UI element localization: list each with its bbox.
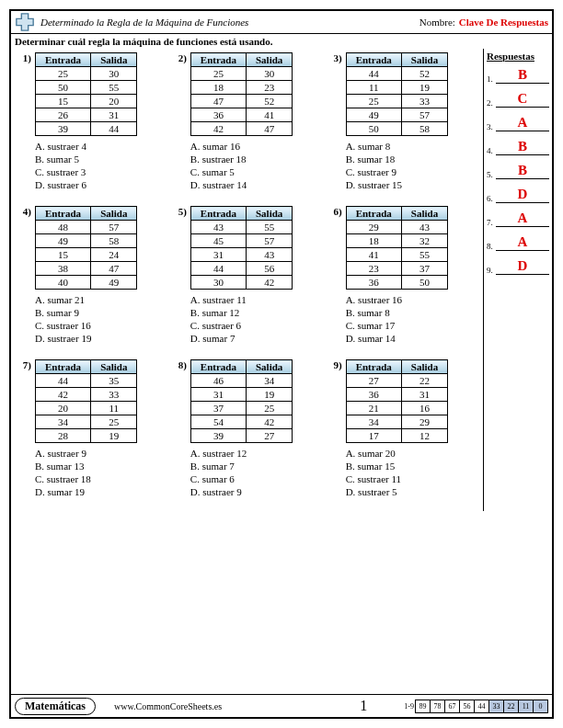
score-scale: 1-989786756443322110 [404,700,548,713]
options: A. sumar 20B. sumar 15C. sustraer 11D. s… [346,447,448,498]
answer-row: 5.B [487,163,549,179]
problem: 3)EntradaSalida44521119253349575058A. su… [326,51,481,204]
table-row: 2530 [190,67,292,81]
answer-value: B [496,163,549,179]
option: D. sumar 7 [190,332,293,345]
option: C. sustraer 3 [35,165,137,178]
col-entrada: Entrada [346,360,401,374]
table-cell: 28 [36,429,91,443]
problem: 5)EntradaSalida43554557314344563042A. su… [170,204,326,358]
col-salida: Salida [91,53,137,67]
answer-row: 2.C [487,91,549,108]
table-cell: 12 [401,429,447,443]
table-row: 4957 [346,108,447,122]
answers-heading: Respuestas [487,51,549,62]
table-cell: 19 [246,388,292,402]
answer-number: 8. [487,242,496,251]
table-row: 2116 [346,402,447,415]
table-cell: 34 [346,415,401,429]
table-cell: 36 [346,276,401,290]
table-cell: 57 [246,234,292,248]
table-row: 2722 [346,374,447,388]
problem-body: EntradaSalida25301823475236414247A. suma… [190,52,293,191]
answer-row: 6.D [487,187,549,203]
table-cell: 11 [346,81,401,95]
table-cell: 31 [401,388,447,402]
table-cell: 44 [346,67,401,81]
table-cell: 17 [346,429,401,443]
table-cell: 25 [36,67,91,81]
option: D. sustraer 14 [190,178,293,191]
option: C. sumar 17 [346,319,448,332]
problem-body: EntradaSalida44521119253349575058A. suma… [346,52,448,191]
answer-number: 2. [487,98,496,108]
option: A. sumar 21 [35,293,137,306]
option: B. sumar 9 [35,306,137,319]
io-table: EntradaSalida43554557314344563042 [190,206,293,290]
answer-number: 7. [487,218,496,227]
table-cell: 21 [346,402,401,415]
table-cell: 55 [91,81,137,95]
table-row: 5058 [346,122,447,136]
worksheet-title: Determinado la Regla de la Máquina de Fu… [40,17,419,28]
table-cell: 39 [190,429,246,443]
options: A. sustraer 11B. sumar 12C. sustraer 6D.… [190,293,293,345]
option: A. sustraer 16 [346,293,448,306]
table-row: 3927 [190,429,292,443]
answers-panel: Respuestas 1.B2.C3.A4.B5.B6.D7.A8.A9.D [483,49,552,511]
answer-row: 8.A [487,234,549,251]
table-cell: 44 [190,262,246,276]
option: C. sustraer 9 [346,165,448,178]
problem: 8)EntradaSalida46343119372554423927A. su… [170,358,326,511]
option: B. sumar 15 [346,460,448,472]
table-cell: 48 [36,221,91,234]
table-row: 4452 [346,67,447,81]
io-table: EntradaSalida46343119372554423927 [190,359,293,443]
table-cell: 34 [246,374,292,388]
table-row: 4355 [190,221,292,234]
table-cell: 52 [246,95,292,108]
problem-body: EntradaSalida44354233201134252819A. sust… [35,359,137,498]
option: D. sumar 19 [35,485,137,498]
col-entrada: Entrada [190,53,246,67]
table-cell: 30 [246,67,292,81]
table-row: 3847 [36,262,137,276]
table-cell: 43 [401,221,447,234]
answer-value: A [496,210,549,227]
answer-key-label: Clave De Respuestas [459,17,548,28]
table-cell: 49 [91,276,137,290]
answer-number: 4. [487,146,496,155]
table-cell: 19 [91,429,137,443]
answers-list: 1.B2.C3.A4.B5.B6.D7.A8.A9.D [487,67,549,275]
table-row: 3641 [190,108,292,122]
table-cell: 27 [346,374,401,388]
table-cell: 43 [246,248,292,262]
problem-number: 8) [170,359,190,498]
table-cell: 25 [91,415,137,429]
table-cell: 20 [91,95,137,108]
table-cell: 33 [91,388,137,402]
scale-cell: 11 [518,700,534,713]
table-cell: 54 [190,415,246,429]
table-cell: 25 [346,95,401,108]
table-cell: 31 [91,108,137,122]
option: A. sumar 16 [190,140,293,153]
table-row: 1823 [190,81,292,95]
table-cell: 55 [246,221,292,234]
table-cell: 33 [401,95,447,108]
scale-range: 1-9 [404,702,414,711]
answer-value: B [496,139,549,155]
table-cell: 15 [36,248,91,262]
subject-badge: Matemáticas [15,698,96,715]
problem-body: EntradaSalida29431832415523373650A. sust… [346,206,448,345]
table-cell: 29 [346,221,401,234]
answer-row: 4.B [487,139,549,155]
scale-cell: 33 [488,700,504,713]
answer-row: 3.A [487,115,549,131]
table-row: 3725 [190,402,292,415]
table-cell: 57 [91,221,137,234]
table-row: 4456 [190,262,292,276]
scale-cell: 22 [503,700,519,713]
table-row: 1520 [36,95,137,108]
table-cell: 26 [36,108,91,122]
